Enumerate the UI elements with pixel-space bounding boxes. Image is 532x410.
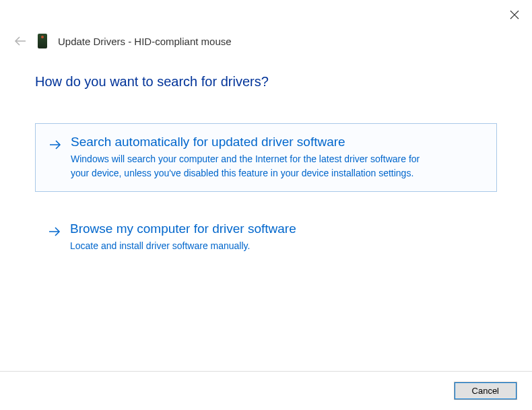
window-title: Update Drivers - HID-compliant mouse — [58, 36, 232, 47]
option-title: Browse my computer for driver software — [70, 221, 484, 236]
question-heading: How do you want to search for drivers? — [35, 74, 497, 90]
option-search-automatically[interactable]: Search automatically for updated driver … — [35, 123, 497, 192]
option-description: Locate and install driver software manua… — [70, 239, 434, 253]
close-icon — [510, 10, 519, 20]
option-title: Search automatically for updated driver … — [71, 135, 483, 149]
close-button[interactable] — [506, 7, 523, 23]
cancel-button[interactable]: Cancel — [454, 382, 517, 400]
arrow-right-icon — [48, 226, 61, 240]
option-browse-computer[interactable]: Browse my computer for driver software L… — [35, 211, 497, 264]
footer: Cancel — [0, 371, 532, 410]
header: Update Drivers - HID-compliant mouse — [13, 34, 232, 48]
content-area: How do you want to search for drivers? S… — [35, 74, 497, 283]
back-button — [13, 34, 27, 48]
back-arrow-icon — [13, 36, 27, 46]
device-icon — [38, 34, 47, 48]
option-description: Windows will search your computer and th… — [71, 152, 434, 180]
arrow-right-icon — [49, 139, 61, 153]
